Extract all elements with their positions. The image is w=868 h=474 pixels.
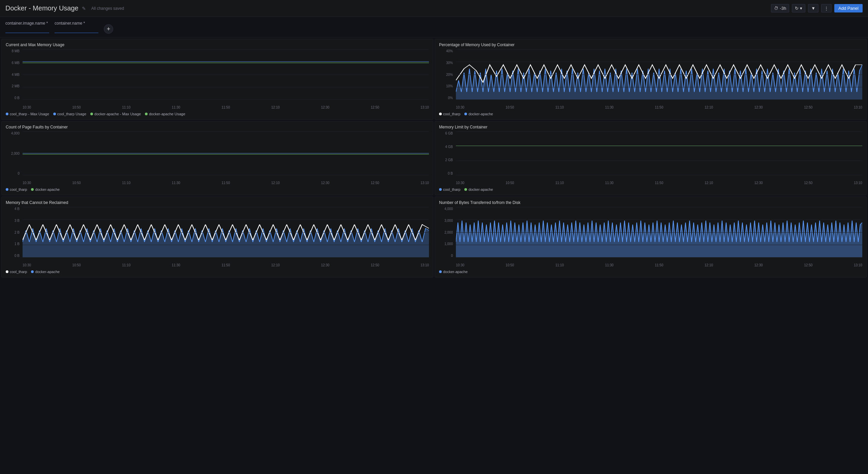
chart-area-page-faults: 4,000 2,000 0 10:30 10:50 — [6, 131, 429, 185]
filter-image-label: container.image.name * — [5, 21, 49, 26]
legend-item-cool-tharp-reclaim: cool_tharp — [6, 270, 27, 274]
legend-dot — [6, 113, 8, 115]
panel-title-page-faults: Count of Page Faults by Container — [6, 125, 429, 129]
legend-item-docker-apache-reclaim: docker-apache — [31, 270, 60, 274]
x-axis-current-max: 10:30 10:50 11:10 11:30 11:50 12:10 12:3… — [23, 100, 429, 110]
chart-plot-memory-reclaim — [23, 207, 429, 258]
legend-item-cool-tharp-usage: cool_tharp Usage — [53, 112, 86, 116]
filter-icon: ▼ — [811, 6, 815, 11]
y-axis-memory-reclaim: 4 B 3 B 2 B 1 B 0 B — [6, 207, 21, 258]
filter-container-image: container.image.name * — [5, 21, 49, 33]
panel-title-memory-reclaim: Memory that Cannot be Reclaimed — [6, 200, 429, 205]
filter-name-input[interactable] — [55, 26, 98, 33]
chart-area-memory-reclaim: 4 B 3 B 2 B 1 B 0 B — [6, 207, 429, 268]
legend-item-docker-apache-faults: docker-apache — [31, 187, 60, 191]
time-range-picker[interactable]: ⏱ -3h — [771, 4, 789, 12]
legend-memory-reclaim: cool_tharp docker-apache — [6, 269, 429, 274]
panel-percentage-memory: Percentage of Memory Used by Container 4… — [435, 39, 867, 120]
chart-svg-memory-reclaim — [23, 207, 429, 258]
legend-dot — [53, 113, 56, 115]
panel-memory-reclaim: Memory that Cannot be Reclaimed 4 B 3 B … — [1, 197, 433, 277]
legend-dot — [31, 270, 34, 273]
filter-name-label: container.name * — [55, 21, 98, 26]
legend-item-cool-tharp-limit: cool_tharp — [439, 187, 460, 191]
refresh-chevron-icon: ▾ — [800, 6, 802, 11]
legend-dot — [439, 113, 442, 115]
legend-item-docker-apache-limit: docker-apache — [464, 187, 493, 191]
chart-plot-memory-limit — [456, 131, 862, 175]
x-axis-bytes-transferred: 10:30 10:50 11:10 11:30 11:50 12:10 12:3… — [456, 258, 862, 268]
x-axis-percentage: 10:30 10:50 11:10 11:30 11:50 12:10 12:3… — [456, 100, 862, 110]
refresh-button[interactable]: ↻ ▾ — [792, 4, 805, 12]
legend-item-cool-tharp-max: cool_tharp - Max Usage — [6, 112, 49, 116]
chart-area-current-max: 8 MB 6 MB 4 MB 2 MB 0 B — [6, 49, 429, 110]
chart-plot-bytes-transferred — [456, 207, 862, 258]
legend-dot — [90, 113, 93, 115]
chart-svg-memory-limit — [456, 131, 862, 175]
chart-area-bytes-transferred: 4,000 3,000 2,000 1,000 0 — [439, 207, 862, 268]
y-axis-memory-limit: 6 GB 4 GB 2 GB 0 B — [439, 131, 454, 175]
time-range-label: -3h — [780, 6, 786, 11]
panel-bytes-transferred: Number of Bytes Transferred to/from the … — [435, 197, 867, 277]
chart-svg-page-faults — [23, 131, 429, 175]
legend-dot — [464, 113, 467, 115]
dashboard: Current and Max Memory Usage 8 MB 6 MB 4… — [0, 37, 868, 279]
dots-icon: ⋮ — [824, 6, 829, 11]
chart-area-percentage: 40% 30% 20% 10% 0% — [439, 49, 862, 110]
legend-item-docker-apache-usage: docker-apache Usage — [145, 112, 185, 116]
legend-percentage: cool_tharp docker-apache — [439, 111, 862, 116]
legend-dot — [439, 270, 442, 273]
legend-bytes-transferred: docker-apache — [439, 269, 862, 274]
legend-dot — [145, 113, 148, 115]
saved-status: All changes saved — [91, 6, 124, 11]
x-axis-page-faults: 10:30 10:50 11:10 11:30 11:50 12:10 12:3… — [23, 176, 429, 185]
clock-icon: ⏱ — [774, 6, 778, 11]
y-axis-percentage: 40% 30% 20% 10% 0% — [439, 49, 454, 100]
legend-memory-limit: cool_tharp docker-apache — [439, 187, 862, 191]
panel-title-bytes-transferred: Number of Bytes Transferred to/from the … — [439, 200, 862, 205]
legend-item-cool-tharp-faults: cool_tharp — [6, 187, 27, 191]
x-axis-memory-reclaim: 10:30 10:50 11:10 11:30 11:50 12:10 12:3… — [23, 258, 429, 268]
legend-item-docker-apache-max: docker-apache - Max Usage — [90, 112, 141, 116]
legend-dot — [439, 188, 442, 191]
filter-container-name: container.name * — [55, 21, 98, 33]
legend-dot — [464, 188, 467, 191]
chart-svg-current-max — [23, 49, 429, 100]
legend-current-max: cool_tharp - Max Usage cool_tharp Usage … — [6, 111, 429, 116]
more-options-button[interactable]: ⋮ — [821, 4, 832, 12]
chart-area-memory-limit: 6 GB 4 GB 2 GB 0 B 10:30 10:50 — [439, 131, 862, 185]
filter-bar: container.image.name * container.name * … — [0, 17, 868, 37]
y-axis-bytes-transferred: 4,000 3,000 2,000 1,000 0 — [439, 207, 454, 258]
filter-image-input[interactable] — [5, 26, 49, 33]
filter-button[interactable]: ▼ — [808, 4, 818, 12]
chart-plot-page-faults — [23, 131, 429, 175]
legend-dot — [31, 188, 34, 191]
panel-memory-limit: Memory Limit by Container 6 GB 4 GB 2 GB… — [435, 121, 867, 195]
chart-plot-percentage — [456, 49, 862, 100]
panel-title-percentage-memory: Percentage of Memory Used by Container — [439, 42, 862, 47]
add-filter-button[interactable]: + — [104, 24, 113, 34]
legend-dot — [6, 270, 8, 273]
plus-icon: + — [107, 26, 111, 33]
legend-item-docker-apache-bytes: docker-apache — [439, 270, 468, 274]
y-axis-page-faults: 4,000 2,000 0 — [6, 131, 21, 175]
header-actions: ⏱ -3h ↻ ▾ ▼ ⋮ Add Panel — [771, 4, 863, 12]
y-axis-current-max: 8 MB 6 MB 4 MB 2 MB 0 B — [6, 49, 21, 100]
page-title: Docker - Memory Usage — [5, 4, 79, 12]
panel-current-max-memory: Current and Max Memory Usage 8 MB 6 MB 4… — [1, 39, 433, 120]
panel-title-memory-limit: Memory Limit by Container — [439, 125, 862, 129]
refresh-icon: ↻ — [795, 6, 799, 11]
chart-plot-current-max — [23, 49, 429, 100]
legend-dot — [6, 188, 8, 191]
legend-item-cool-tharp-pct: cool_tharp — [439, 112, 460, 116]
legend-item-docker-apache-pct: docker-apache — [464, 112, 493, 116]
panel-page-faults: Count of Page Faults by Container 4,000 … — [1, 121, 433, 195]
panel-title-current-max-memory: Current and Max Memory Usage — [6, 42, 429, 47]
edit-icon[interactable]: ✎ — [82, 6, 86, 11]
header: Docker - Memory Usage ✎ All changes save… — [0, 0, 868, 17]
legend-page-faults: cool_tharp docker-apache — [6, 187, 429, 191]
chart-svg-bytes-transferred — [456, 207, 862, 258]
chart-svg-percentage — [456, 49, 862, 100]
add-panel-button[interactable]: Add Panel — [834, 4, 863, 12]
x-axis-memory-limit: 10:30 10:50 11:10 11:30 11:50 12:10 12:3… — [456, 176, 862, 185]
